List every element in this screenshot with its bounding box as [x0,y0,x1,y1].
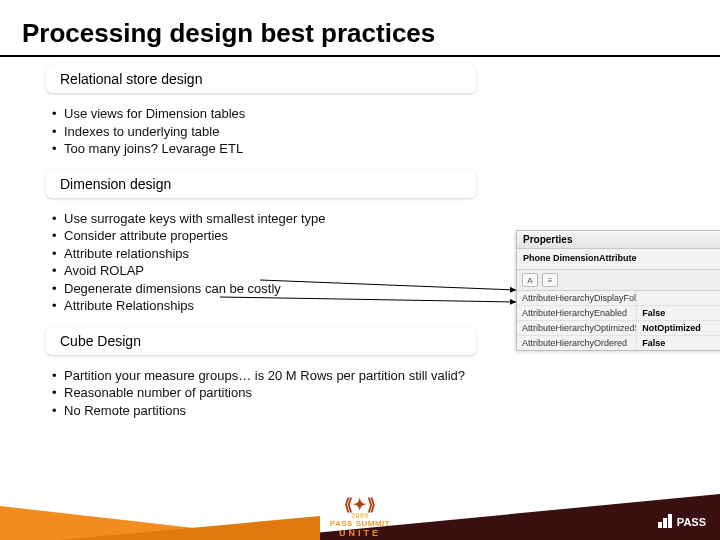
badge-year: 2009 [330,512,390,519]
property-key: AttributeHierarchyDisplayFolder [517,291,636,305]
property-key: AttributeHierarchyOrdered [517,336,636,350]
footer-shape-orange-2 [60,516,320,540]
property-row: AttributeHierarchyOrdered False [517,335,720,350]
property-row: AttributeHierarchyOptimizedState NotOpti… [517,320,720,335]
badge-main: PASS SUMMIT [330,519,390,528]
footer-shape-dark [240,494,720,540]
properties-title: Properties [517,231,720,249]
properties-subtitle: Phone DimensionAttribute [517,249,720,270]
footer-shape-orange [0,506,300,540]
property-key: AttributeHierarchyOptimizedState [517,321,636,335]
section-heading-dimension: Dimension design [46,170,476,198]
properties-panel: Properties Phone DimensionAttribute A ≡ … [516,230,720,351]
property-row: AttributeHierarchyEnabled False [517,305,720,320]
property-value: False [636,336,720,350]
bullet-list-relational: Use views for Dimension tables Indexes t… [52,105,720,158]
pass-summit-badge: ⟪✦⟫ 2009 PASS SUMMIT UNITE [330,499,390,538]
property-value: False [636,306,720,320]
category-icon[interactable]: ≡ [542,273,558,287]
properties-toolbar: A ≡ [517,270,720,291]
section-heading-relational: Relational store design [46,65,476,93]
slide-title: Processing design best practices [0,0,720,57]
property-row: AttributeHierarchyDisplayFolder [517,291,720,305]
az-sort-icon[interactable]: A [522,273,538,287]
bullet-item: Use surrogate keys with smallest integer… [52,210,720,228]
pass-logo: PASS [658,514,706,530]
bullet-item: No Remote partitions [52,402,720,420]
bullet-list-cube: Partition your measure groups… is 20 M R… [52,367,720,420]
section-heading-cube: Cube Design [46,327,476,355]
bullet-item: Indexes to underlying table [52,123,720,141]
slide-footer: ⟪✦⟫ 2009 PASS SUMMIT UNITE PASS [0,494,720,540]
pass-bars-icon [658,514,673,530]
badge-sub: UNITE [330,528,390,538]
bullet-item: Reasonable number of partitions [52,384,720,402]
property-value [636,291,720,305]
properties-grid: AttributeHierarchyDisplayFolder Attribut… [517,291,720,350]
property-value: NotOptimized [636,321,720,335]
badge-wing-icon: ⟪✦⟫ [344,496,377,513]
property-key: AttributeHierarchyEnabled [517,306,636,320]
pass-logo-text: PASS [677,516,706,528]
bullet-item: Partition your measure groups… is 20 M R… [52,367,720,385]
bullet-item: Too many joins? Levarage ETL [52,140,720,158]
bullet-item: Use views for Dimension tables [52,105,720,123]
